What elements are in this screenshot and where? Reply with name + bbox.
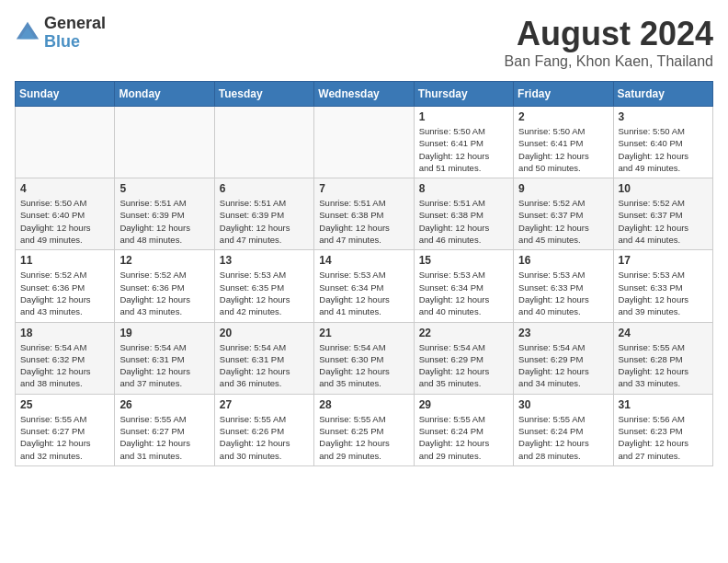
title-block: August 2024 Ban Fang, Khon Kaen, Thailan… xyxy=(505,15,713,70)
day-number: 6 xyxy=(220,182,309,195)
logo: General Blue xyxy=(15,15,106,52)
day-info: Sunrise: 5:52 AM Sunset: 6:37 PM Dayligh… xyxy=(619,197,708,246)
day-info: Sunrise: 5:53 AM Sunset: 6:34 PM Dayligh… xyxy=(419,269,508,317)
day-header-tuesday: Tuesday xyxy=(214,82,313,107)
day-number: 10 xyxy=(619,182,708,195)
calendar-cell: 23Sunrise: 5:54 AM Sunset: 6:29 PM Dayli… xyxy=(514,322,613,394)
calendar-table: SundayMondayTuesdayWednesdayThursdayFrid… xyxy=(15,81,713,466)
day-number: 4 xyxy=(20,182,109,195)
calendar-cell: 11Sunrise: 5:52 AM Sunset: 6:36 PM Dayli… xyxy=(16,250,115,322)
day-number: 26 xyxy=(119,398,209,411)
day-info: Sunrise: 5:54 AM Sunset: 6:32 PM Dayligh… xyxy=(20,341,109,390)
day-info: Sunrise: 5:54 AM Sunset: 6:31 PM Dayligh… xyxy=(119,341,209,390)
calendar-header-row: SundayMondayTuesdayWednesdayThursdayFrid… xyxy=(16,82,713,107)
calendar-cell: 15Sunrise: 5:53 AM Sunset: 6:34 PM Dayli… xyxy=(414,250,513,322)
day-info: Sunrise: 5:55 AM Sunset: 6:24 PM Dayligh… xyxy=(518,413,608,462)
calendar-cell xyxy=(115,107,214,178)
calendar-week-row: 4Sunrise: 5:50 AM Sunset: 6:40 PM Daylig… xyxy=(16,178,713,250)
day-info: Sunrise: 5:50 AM Sunset: 6:41 PM Dayligh… xyxy=(518,125,608,174)
day-info: Sunrise: 5:52 AM Sunset: 6:36 PM Dayligh… xyxy=(20,269,109,317)
day-info: Sunrise: 5:54 AM Sunset: 6:30 PM Dayligh… xyxy=(319,341,408,390)
day-number: 23 xyxy=(518,327,608,339)
calendar-cell: 2Sunrise: 5:50 AM Sunset: 6:41 PM Daylig… xyxy=(514,107,613,178)
day-info: Sunrise: 5:53 AM Sunset: 6:33 PM Dayligh… xyxy=(619,269,708,317)
calendar-cell: 4Sunrise: 5:50 AM Sunset: 6:40 PM Daylig… xyxy=(16,178,115,250)
day-info: Sunrise: 5:53 AM Sunset: 6:35 PM Dayligh… xyxy=(220,269,309,317)
day-info: Sunrise: 5:50 AM Sunset: 6:41 PM Dayligh… xyxy=(419,125,508,174)
day-number: 19 xyxy=(119,327,209,339)
day-number: 25 xyxy=(20,398,109,411)
calendar-week-row: 25Sunrise: 5:55 AM Sunset: 6:27 PM Dayli… xyxy=(16,394,713,465)
day-info: Sunrise: 5:55 AM Sunset: 6:25 PM Dayligh… xyxy=(319,413,408,462)
calendar-week-row: 18Sunrise: 5:54 AM Sunset: 6:32 PM Dayli… xyxy=(16,322,713,394)
main-title: August 2024 xyxy=(505,15,713,53)
calendar-cell: 14Sunrise: 5:53 AM Sunset: 6:34 PM Dayli… xyxy=(314,250,414,322)
day-number: 18 xyxy=(20,327,109,339)
day-header-thursday: Thursday xyxy=(414,82,513,107)
logo-text: General Blue xyxy=(44,15,106,52)
day-info: Sunrise: 5:50 AM Sunset: 6:40 PM Dayligh… xyxy=(619,125,708,174)
day-info: Sunrise: 5:52 AM Sunset: 6:37 PM Dayligh… xyxy=(518,197,608,246)
calendar-cell xyxy=(16,107,115,178)
calendar-cell: 27Sunrise: 5:55 AM Sunset: 6:26 PM Dayli… xyxy=(214,394,313,465)
day-info: Sunrise: 5:51 AM Sunset: 6:38 PM Dayligh… xyxy=(319,197,408,246)
day-info: Sunrise: 5:55 AM Sunset: 6:26 PM Dayligh… xyxy=(220,413,309,462)
logo-general: General xyxy=(44,15,106,33)
calendar-week-row: 11Sunrise: 5:52 AM Sunset: 6:36 PM Dayli… xyxy=(16,250,713,322)
day-number: 17 xyxy=(619,254,708,267)
calendar-cell: 28Sunrise: 5:55 AM Sunset: 6:25 PM Dayli… xyxy=(314,394,414,465)
calendar-cell: 25Sunrise: 5:55 AM Sunset: 6:27 PM Dayli… xyxy=(16,394,115,465)
day-info: Sunrise: 5:54 AM Sunset: 6:31 PM Dayligh… xyxy=(220,341,309,390)
day-number: 24 xyxy=(619,327,708,339)
day-info: Sunrise: 5:51 AM Sunset: 6:39 PM Dayligh… xyxy=(220,197,309,246)
day-info: Sunrise: 5:55 AM Sunset: 6:27 PM Dayligh… xyxy=(20,413,109,462)
day-number: 27 xyxy=(220,398,309,411)
calendar-cell: 13Sunrise: 5:53 AM Sunset: 6:35 PM Dayli… xyxy=(214,250,313,322)
calendar-cell: 10Sunrise: 5:52 AM Sunset: 6:37 PM Dayli… xyxy=(613,178,712,250)
day-header-friday: Friday xyxy=(514,82,613,107)
calendar-cell: 17Sunrise: 5:53 AM Sunset: 6:33 PM Dayli… xyxy=(613,250,712,322)
calendar-cell: 30Sunrise: 5:55 AM Sunset: 6:24 PM Dayli… xyxy=(514,394,613,465)
day-number: 14 xyxy=(319,254,408,267)
day-info: Sunrise: 5:53 AM Sunset: 6:34 PM Dayligh… xyxy=(319,269,408,317)
calendar-cell: 3Sunrise: 5:50 AM Sunset: 6:40 PM Daylig… xyxy=(613,107,712,178)
subtitle: Ban Fang, Khon Kaen, Thailand xyxy=(505,53,713,70)
day-number: 11 xyxy=(20,254,109,267)
day-number: 13 xyxy=(220,254,309,267)
day-number: 30 xyxy=(518,398,608,411)
calendar-cell: 19Sunrise: 5:54 AM Sunset: 6:31 PM Dayli… xyxy=(115,322,214,394)
day-number: 9 xyxy=(518,182,608,195)
calendar-cell: 16Sunrise: 5:53 AM Sunset: 6:33 PM Dayli… xyxy=(514,250,613,322)
day-header-wednesday: Wednesday xyxy=(314,82,414,107)
day-number: 7 xyxy=(319,182,408,195)
day-info: Sunrise: 5:55 AM Sunset: 6:27 PM Dayligh… xyxy=(119,413,209,462)
calendar-cell: 18Sunrise: 5:54 AM Sunset: 6:32 PM Dayli… xyxy=(16,322,115,394)
day-number: 8 xyxy=(419,182,508,195)
calendar-cell xyxy=(314,107,414,178)
calendar-cell: 8Sunrise: 5:51 AM Sunset: 6:38 PM Daylig… xyxy=(414,178,513,250)
logo-blue: Blue xyxy=(44,33,106,52)
day-info: Sunrise: 5:54 AM Sunset: 6:29 PM Dayligh… xyxy=(518,341,608,390)
day-info: Sunrise: 5:50 AM Sunset: 6:40 PM Dayligh… xyxy=(20,197,109,246)
calendar-week-row: 1Sunrise: 5:50 AM Sunset: 6:41 PM Daylig… xyxy=(16,107,713,178)
day-number: 22 xyxy=(419,327,508,339)
page-header: General Blue August 2024 Ban Fang, Khon … xyxy=(15,15,713,70)
day-info: Sunrise: 5:51 AM Sunset: 6:39 PM Dayligh… xyxy=(119,197,209,246)
day-info: Sunrise: 5:55 AM Sunset: 6:28 PM Dayligh… xyxy=(619,341,708,390)
calendar-cell: 5Sunrise: 5:51 AM Sunset: 6:39 PM Daylig… xyxy=(115,178,214,250)
day-number: 28 xyxy=(319,398,408,411)
day-number: 20 xyxy=(220,327,309,339)
calendar-cell: 20Sunrise: 5:54 AM Sunset: 6:31 PM Dayli… xyxy=(214,322,313,394)
day-number: 15 xyxy=(419,254,508,267)
logo-icon xyxy=(15,20,40,46)
calendar-cell: 1Sunrise: 5:50 AM Sunset: 6:41 PM Daylig… xyxy=(414,107,513,178)
day-info: Sunrise: 5:51 AM Sunset: 6:38 PM Dayligh… xyxy=(419,197,508,246)
day-number: 21 xyxy=(319,327,408,339)
day-info: Sunrise: 5:53 AM Sunset: 6:33 PM Dayligh… xyxy=(518,269,608,317)
day-number: 1 xyxy=(419,110,508,123)
calendar-cell: 6Sunrise: 5:51 AM Sunset: 6:39 PM Daylig… xyxy=(214,178,313,250)
day-number: 31 xyxy=(619,398,708,411)
calendar-cell: 22Sunrise: 5:54 AM Sunset: 6:29 PM Dayli… xyxy=(414,322,513,394)
calendar-cell: 31Sunrise: 5:56 AM Sunset: 6:23 PM Dayli… xyxy=(613,394,712,465)
calendar-cell: 21Sunrise: 5:54 AM Sunset: 6:30 PM Dayli… xyxy=(314,322,414,394)
